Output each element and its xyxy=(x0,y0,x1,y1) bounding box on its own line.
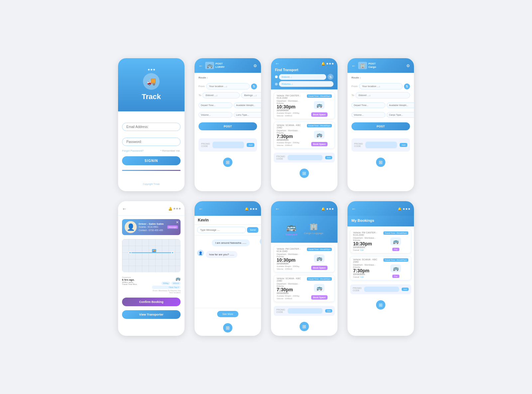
post-btn-4[interactable]: POST xyxy=(351,122,410,130)
booking-card-1: Vehicle: FM CANTER - KCA 234D Departure … xyxy=(350,229,411,253)
vehicle-card-2: Vehicle: SCANIA - KBC 234D Departure : M… xyxy=(274,122,335,149)
header-left-4: ← 🏢 POST Cargo xyxy=(351,62,376,70)
back-arrow-4[interactable]: ← xyxy=(351,63,356,68)
pay-btn-1[interactable]: Pay xyxy=(392,248,399,251)
weight-input[interactable] xyxy=(234,102,261,108)
home-btn-4[interactable]: ⊞ xyxy=(376,158,385,167)
cargo-type-input[interactable] xyxy=(387,112,414,118)
home-button[interactable]: ⊞ xyxy=(223,158,232,167)
driver-card: 👤 Driver - Salim Salim Scania - KCA 4561… xyxy=(122,219,181,235)
promo-field-4[interactable] xyxy=(365,142,397,148)
password-input[interactable] xyxy=(122,138,181,146)
swap-btn-4[interactable]: ⇅ xyxy=(404,83,410,89)
message-input[interactable] xyxy=(197,227,246,233)
find-to-input[interactable] xyxy=(279,81,333,87)
volume-1: Volume : 1000m3 xyxy=(277,115,305,117)
details-row xyxy=(199,112,257,118)
home-btn-3[interactable]: ⊞ xyxy=(300,169,309,178)
book-btn-1[interactable]: Book Space xyxy=(311,112,328,117)
signin-button[interactable]: SIGNIN xyxy=(122,156,181,165)
from-input-4[interactable] xyxy=(359,83,403,89)
from-dot xyxy=(275,75,278,78)
view-transporter-button[interactable]: View Transporter xyxy=(122,310,181,319)
swap-button[interactable]: ⇅ xyxy=(251,83,257,89)
header-left-7: ← xyxy=(275,206,280,211)
close-icon[interactable]: ✕ xyxy=(176,220,179,224)
header-left-8: ← xyxy=(351,206,356,211)
add-btn-8[interactable]: Add xyxy=(402,288,409,291)
cancel-btn-2[interactable]: Cancel xyxy=(353,276,359,278)
back-arrow-6[interactable]: ← xyxy=(199,206,203,211)
book-btn-7-1[interactable]: Book Space xyxy=(311,266,328,270)
depart-time-4[interactable] xyxy=(351,102,385,108)
post-button[interactable]: POST xyxy=(199,122,257,130)
back-arrow-8[interactable]: ← xyxy=(351,206,356,211)
dots xyxy=(327,63,333,65)
message-button[interactable]: Message xyxy=(167,225,178,229)
from-input[interactable] xyxy=(206,83,250,89)
forgot-password-link[interactable]: Forgot Password? xyxy=(122,149,144,152)
book-btn-2[interactable]: Book Space xyxy=(311,142,328,146)
tab-cargo[interactable]: 🏢 Cargo Luggage xyxy=(304,222,324,236)
pay-btn-2[interactable]: Pay xyxy=(392,275,399,278)
apply-label[interactable]: Add xyxy=(247,143,254,147)
home-btn-7[interactable]: ⊞ xyxy=(300,322,309,331)
confirm-booking-button[interactable]: Confirm Booking xyxy=(122,298,181,306)
promo-field-7[interactable] xyxy=(288,308,323,314)
track-content: Forgot Password? * Remember me. SIGNIN C… xyxy=(118,111,185,191)
find-swap-button[interactable]: ⇅ xyxy=(328,74,333,80)
edit-btn-1[interactable]: Edit xyxy=(360,249,364,251)
volume-input[interactable] xyxy=(199,112,232,118)
bell-icon-5[interactable]: 🔔 xyxy=(168,207,172,210)
eldoret-input-4[interactable] xyxy=(355,92,410,98)
bottom-section: PROMOCODE Add xyxy=(199,138,257,152)
promo-field-8[interactable] xyxy=(364,287,399,292)
home-btn-6[interactable]: ⊞ xyxy=(223,323,232,332)
promo2-field[interactable] xyxy=(288,155,323,160)
travel-side-7-1: Travel Time - 8hrs&55pm 🚌 Book Space xyxy=(307,248,332,270)
tab-transport[interactable]: 🚌 Transport xyxy=(285,222,297,236)
bell-icon-6[interactable]: 🔔 xyxy=(245,207,249,211)
back-arrow-icon[interactable]: ← xyxy=(199,63,203,68)
promo-label-8: PROMOCODE xyxy=(353,287,361,292)
find-from-input[interactable] xyxy=(279,74,326,80)
add-btn-7[interactable]: Add xyxy=(325,309,332,313)
lorry-type-input[interactable] xyxy=(234,112,261,118)
bookings-header: ← 🔔 xyxy=(347,201,414,216)
bell-icon-7[interactable]: 🔔 xyxy=(321,207,325,211)
weight-input-4[interactable] xyxy=(387,102,414,108)
add2-btn[interactable]: Add xyxy=(325,156,332,159)
details-row-4 xyxy=(351,112,410,118)
email-input[interactable] xyxy=(122,123,181,131)
vehicle-card-1: Vehicle: FM CANTER - KCA 234D Departure … xyxy=(274,92,335,119)
bell-icon[interactable]: 🔔 xyxy=(321,62,325,66)
add-label-4[interactable]: Add xyxy=(400,143,407,147)
transport-cargo-results: Vehicle: FM CANTER - KCA 234D Departure … xyxy=(271,243,337,336)
book-btn-7-2[interactable]: Book Space xyxy=(311,295,328,300)
back-arrow-icon[interactable]: ← xyxy=(275,61,280,66)
booking-departure-2: Departure : Mombasa - Kisumu xyxy=(353,264,381,268)
eldoret-input[interactable] xyxy=(202,92,240,98)
volume-badge: 100m3 xyxy=(171,282,181,285)
bell-icon-8[interactable]: 🔔 xyxy=(398,207,402,211)
settings-icon[interactable]: ⚙ xyxy=(253,64,257,68)
bus-icon-2: 🚌 xyxy=(314,131,325,139)
back-arrow-7[interactable]: ← xyxy=(275,206,280,211)
booking-travel-side-2: Travel Time - 8hrs&55pm 🚌 Pay xyxy=(383,258,408,278)
copyright-text: Copyright Trinak xyxy=(122,183,181,188)
edit-btn-2[interactable]: Edit xyxy=(360,276,364,278)
promo-field[interactable] xyxy=(212,142,244,148)
home-btn-8[interactable]: ⊞ xyxy=(376,300,385,310)
baringo-input[interactable] xyxy=(241,92,261,98)
send-button[interactable]: Send xyxy=(247,227,258,233)
see-more-button[interactable]: See More xyxy=(217,311,239,317)
header-left-6: ← xyxy=(199,206,203,211)
cancel-btn-1[interactable]: Cancel xyxy=(353,249,359,251)
back-arrow-5[interactable]: ← xyxy=(122,206,127,211)
departure-7-1: Departure : Mombasa - Kisumu xyxy=(277,253,305,258)
travel-badge-7-1: Travel Time - 8hrs&55pm xyxy=(307,248,332,251)
volume-input-4[interactable] xyxy=(351,112,385,118)
bottom-section-4: PROMOCODE Add xyxy=(351,138,410,152)
settings-icon-4[interactable]: ⚙ xyxy=(406,64,410,68)
depart-time-input[interactable] xyxy=(199,102,232,108)
